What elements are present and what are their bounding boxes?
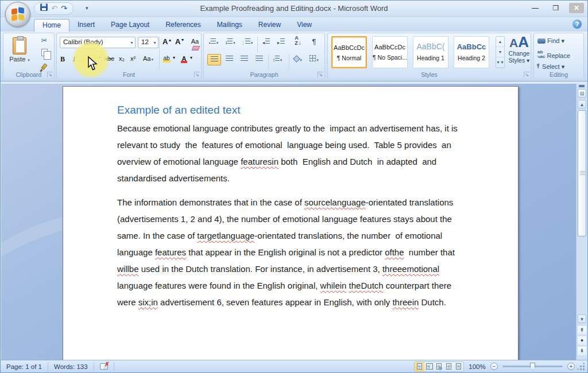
misspelled-word[interactable]: featuresin xyxy=(241,157,278,166)
misspelled-word[interactable]: sourcelanguage xyxy=(304,197,366,207)
style-normal[interactable]: AaBbCcDc ¶ Normal xyxy=(331,36,367,68)
misspelled-word[interactable]: whilein xyxy=(320,281,347,290)
justify-button[interactable] xyxy=(252,54,266,65)
paste-dropdown-arrow[interactable]: ▾ xyxy=(28,58,30,62)
minimize-button[interactable]: — xyxy=(528,3,543,13)
document-body[interactable]: Because emotional language contributes g… xyxy=(117,120,462,318)
draft-view-button[interactable] xyxy=(454,362,463,371)
paste-button[interactable]: Paste ▾ xyxy=(7,36,32,71)
style-heading1[interactable]: AaBbC( Heading 1 xyxy=(413,36,448,68)
misspelled-word[interactable]: theDutch xyxy=(349,281,384,290)
zoom-slider-track[interactable] xyxy=(502,366,563,367)
zoom-out-button[interactable]: − xyxy=(490,363,498,370)
window-resize-grip[interactable] xyxy=(577,363,585,371)
replace-button[interactable]: ab⤷ac Replace xyxy=(537,50,570,60)
text-line[interactable]: relevant to study the features of emotio… xyxy=(117,137,462,153)
style-no-spacing[interactable]: AaBbCcDc ¶ No Spaci... xyxy=(372,36,408,68)
change-case-button[interactable]: Aa▾ xyxy=(143,55,153,62)
tab-home[interactable]: Home xyxy=(34,19,69,32)
numbering-button[interactable]: 1▾ xyxy=(223,37,237,48)
tab-insert[interactable]: Insert xyxy=(69,19,103,32)
change-styles-button[interactable]: AA ChangeStyles ▾ xyxy=(508,35,531,73)
find-button[interactable]: Find ▾ xyxy=(537,37,564,48)
misspelled-word[interactable]: ofthe xyxy=(385,247,404,257)
font-name-dropdown-arrow[interactable]: ▼ xyxy=(130,41,134,45)
document-page[interactable]: Example of an edited text Because emotio… xyxy=(63,86,519,361)
clipboard-dialog-launcher[interactable]: ⇘ xyxy=(47,72,53,77)
grow-font-button[interactable]: A▲ xyxy=(163,37,172,46)
styles-dialog-launcher[interactable]: ⇘ xyxy=(524,72,529,77)
scroll-up-button[interactable]: ▲ xyxy=(578,100,586,108)
align-right-button[interactable] xyxy=(237,54,251,65)
next-page-button[interactable]: ⇟ xyxy=(578,347,586,355)
strikethrough-button[interactable]: abc xyxy=(104,55,114,62)
word-count-indicator[interactable]: Words: 133 xyxy=(48,362,94,371)
zoom-slider-handle[interactable] xyxy=(530,363,535,370)
vertical-scrollbar[interactable]: ⊟ ▲ ▼ ⇞ ● ⇟ xyxy=(576,84,587,361)
clear-formatting-button[interactable]: Aa xyxy=(189,38,201,52)
sort-button[interactable]: AZ↓ xyxy=(291,36,305,47)
close-button[interactable]: ✕ xyxy=(569,3,584,13)
misspelled-word[interactable]: features xyxy=(155,247,186,257)
misspelled-word[interactable]: willbe xyxy=(117,264,139,274)
multilevel-list-button[interactable]: ⋮▾ xyxy=(240,37,254,48)
paragraph[interactable]: Because emotional language contributes g… xyxy=(117,120,462,187)
styles-scroll-up[interactable]: ▲ xyxy=(496,37,504,47)
cut-button[interactable]: ✂ xyxy=(38,36,51,46)
text-line[interactable]: willbe used in the Dutch translation. Fo… xyxy=(117,261,462,277)
document-heading[interactable]: Example of an edited text xyxy=(117,104,240,116)
outline-view-button[interactable] xyxy=(444,362,454,371)
help-icon[interactable]: ? xyxy=(572,20,582,29)
print-layout-view-button[interactable] xyxy=(415,362,424,371)
line-spacing-button[interactable]: ↕▾ xyxy=(270,54,284,65)
highlight-dropdown-arrow[interactable]: ▾ xyxy=(173,55,175,60)
page-number-indicator[interactable]: Page: 1 of 1 xyxy=(1,362,48,371)
tab-references[interactable]: References xyxy=(157,19,208,32)
scrollbar-thumb[interactable] xyxy=(578,110,586,236)
text-line[interactable]: (advertisements 1, 2 and 4), the number … xyxy=(117,211,462,227)
tab-view[interactable]: View xyxy=(289,19,320,32)
bullets-button[interactable]: •▾ xyxy=(207,37,220,48)
borders-button[interactable]: ▾ xyxy=(307,54,321,65)
font-size-dropdown-arrow[interactable]: ▼ xyxy=(153,41,157,45)
tab-mailings[interactable]: Mailings xyxy=(209,19,250,32)
previous-page-button[interactable]: ⇞ xyxy=(578,326,586,335)
text-line[interactable]: language features that appear in the Eng… xyxy=(117,244,462,261)
underline-dropdown-arrow[interactable]: ▾ xyxy=(98,55,100,60)
shading-button[interactable]: ▾ xyxy=(291,54,305,65)
text-line[interactable]: The information demonstrates that in the… xyxy=(117,194,462,211)
text-line[interactable]: standardised advertisements. xyxy=(117,170,462,187)
text-line[interactable]: overview of emotional language featuresi… xyxy=(117,153,462,170)
styles-gallery-more[interactable]: ▼▼ xyxy=(496,57,504,68)
scroll-down-button[interactable]: ▼ xyxy=(578,314,586,323)
paragraph-dialog-launcher[interactable]: ⇘ xyxy=(318,72,323,77)
show-hide-marks-button[interactable]: ¶ xyxy=(307,37,321,48)
font-size-combo[interactable]: 12▼ xyxy=(138,37,158,48)
split-handle[interactable] xyxy=(579,85,585,87)
copy-button[interactable] xyxy=(38,49,51,59)
misspelled-word[interactable]: threein xyxy=(392,297,419,307)
font-color-button[interactable]: A xyxy=(181,55,187,63)
text-line[interactable]: Because emotional language contributes g… xyxy=(117,120,462,137)
styles-scroll-down[interactable]: ▼ xyxy=(496,47,504,57)
font-name-combo[interactable]: Calibri (Body)▼ xyxy=(60,37,136,48)
styles-gallery-scrollbar[interactable]: ▲ ▼ ▼▼ xyxy=(496,36,505,68)
maximize-button[interactable]: ❒ xyxy=(548,3,563,13)
full-screen-reading-view-button[interactable] xyxy=(424,362,434,371)
text-highlight-button[interactable]: ab xyxy=(163,55,171,63)
misspelled-word[interactable]: threeemotional xyxy=(382,264,439,274)
text-line[interactable]: were six;in advertisement 6, seven featu… xyxy=(117,294,462,310)
misspelled-word[interactable]: targetlanguage xyxy=(197,231,254,240)
paragraph[interactable]: The information demonstrates that in the… xyxy=(117,194,462,310)
text-line[interactable]: same. In the case of targetlanguage-orie… xyxy=(117,227,462,244)
zoom-level-label[interactable]: 100% xyxy=(466,363,488,370)
superscript-button[interactable]: x² xyxy=(130,55,136,62)
view-ruler-button[interactable]: ⊟ xyxy=(578,89,586,98)
italic-button[interactable]: I xyxy=(73,55,75,64)
font-dialog-launcher[interactable]: ⇘ xyxy=(194,72,200,77)
office-button[interactable] xyxy=(5,2,30,27)
font-color-dropdown-arrow[interactable]: ▾ xyxy=(190,55,192,60)
proofing-status-button[interactable] xyxy=(94,362,114,371)
decrease-indent-button[interactable]: ◄ xyxy=(259,37,273,48)
align-left-button[interactable] xyxy=(207,54,221,65)
